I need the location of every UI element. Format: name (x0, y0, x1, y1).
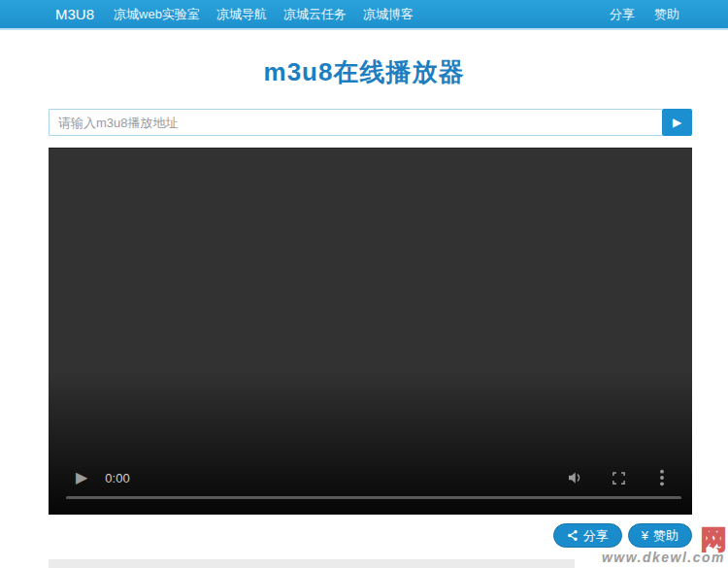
video-play-icon[interactable]: ▶ (76, 470, 87, 485)
volume-icon[interactable] (566, 469, 583, 486)
overflow-menu-icon[interactable] (653, 469, 671, 486)
video-seek-bar[interactable] (66, 496, 681, 499)
nav-right: 分享 赞助 (610, 6, 679, 23)
top-navbar: M3U8 凉城web实验室 凉城导航 凉城云任务 凉城博客 分享 赞助 (0, 0, 728, 30)
page-title: m3u8在线播放器 (0, 55, 728, 89)
action-buttons: 分享 ¥ 赞助 (553, 523, 692, 548)
nav-item-share[interactable]: 分享 (610, 6, 635, 23)
donate-button[interactable]: ¥ 赞助 (628, 523, 692, 548)
nav-item-cloud-task[interactable]: 凉城云任务 (283, 6, 347, 23)
url-form: ▶ (49, 109, 692, 136)
video-controls-shade (49, 369, 692, 515)
fullscreen-icon[interactable] (610, 469, 627, 486)
donate-button-label: 赞助 (653, 527, 678, 545)
brand-logo[interactable]: M3U8 (55, 6, 94, 22)
nav-item-donate[interactable]: 赞助 (654, 6, 679, 23)
share-button-label: 分享 (583, 527, 609, 545)
nav-item-nav[interactable]: 凉城导航 (216, 6, 267, 23)
share-button[interactable]: 分享 (553, 523, 622, 548)
nav-links: 凉城web实验室 凉城导航 凉城云任务 凉城博客 (114, 6, 414, 23)
play-submit-button[interactable]: ▶ (662, 109, 692, 136)
nav-item-web-lab[interactable]: 凉城web实验室 (114, 6, 200, 23)
page: M3U8 凉城web实验室 凉城导航 凉城云任务 凉城博客 分享 赞助 m3u8… (0, 0, 728, 568)
video-controls-bar: ▶ 0:00 (49, 464, 692, 491)
video-current-time: 0:00 (105, 471, 129, 485)
watermark-url: www.dkewl.com (602, 550, 725, 565)
video-player[interactable]: ▶ 0:00 (49, 148, 692, 515)
play-icon: ▶ (673, 116, 681, 129)
video-controls-right (566, 469, 671, 486)
m3u8-url-input[interactable] (49, 109, 662, 136)
yen-icon: ¥ (642, 529, 648, 542)
nav-item-blog[interactable]: 凉城博客 (363, 6, 414, 23)
share-icon (567, 529, 579, 542)
